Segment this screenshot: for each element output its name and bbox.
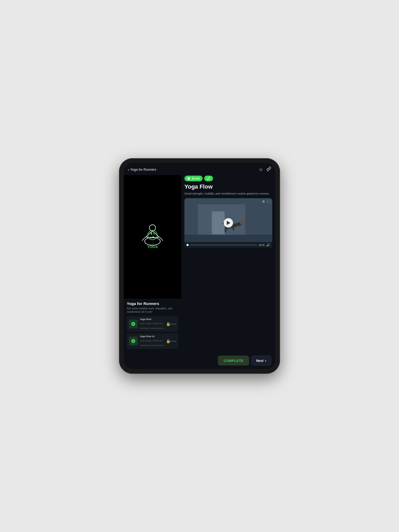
- workout-item-title-1: Yoga Flow: [140, 318, 168, 321]
- badges-row: 🕐 20 min: [184, 176, 272, 181]
- workout-item-title-2: Yoga Flow #2: [140, 335, 168, 338]
- complete-button[interactable]: COMPLETE: [218, 356, 249, 365]
- progress-bar[interactable]: [190, 245, 257, 245]
- next-button-label: Next: [256, 359, 263, 363]
- svg-text:S: S: [150, 232, 152, 235]
- clock-icon: 🕐: [187, 177, 191, 180]
- svg-point-1: [145, 237, 160, 245]
- next-arrow-icon: ›: [265, 358, 266, 363]
- workout-item-duration-1: 20 min: [170, 323, 176, 325]
- app-content: ‹ Yoga for Runners ☆: [124, 163, 275, 369]
- svg-rect-11: [212, 212, 224, 234]
- workout-description: Great strength, mobility, and mindfulnes…: [184, 192, 272, 196]
- nav-icons: ☆: [259, 167, 271, 172]
- workout-item-desc-2: Great strength, mobility, and mindfulnes…: [140, 340, 165, 346]
- video-time: 22:21: [259, 244, 265, 246]
- svg-text:P: P: [152, 236, 154, 238]
- back-button[interactable]: ‹ Yoga for Runners: [128, 167, 156, 172]
- fullscreen-icon[interactable]: ⛶: [267, 200, 270, 203]
- left-bottom: Yoga for Runners Get some mobility work,…: [124, 299, 181, 353]
- link-icon[interactable]: [267, 167, 271, 172]
- workout-title: Yoga Flow: [184, 183, 272, 190]
- nav-header: ‹ Yoga for Runners ☆: [124, 163, 275, 175]
- yoga-logo: S S L P YOGA: [136, 220, 169, 254]
- back-label: Yoga for Runners: [130, 168, 156, 171]
- settings-icon[interactable]: ⚙: [262, 200, 265, 203]
- video-controls: 22:21 🔊: [184, 242, 272, 248]
- svg-point-2: [148, 230, 157, 240]
- main-area: S S L P YOGA Yoga for Runners Get some m…: [124, 175, 275, 353]
- yoga-logo-area: S S L P YOGA: [124, 175, 181, 299]
- back-arrow-icon: ‹: [128, 167, 129, 172]
- tablet-screen: ‹ Yoga for Runners ☆: [124, 163, 275, 369]
- left-panel: S S L P YOGA Yoga for Runners Get some m…: [124, 175, 181, 353]
- svg-text:L: L: [150, 236, 152, 238]
- program-description: Get some mobility work, relaxation, and …: [127, 307, 178, 314]
- svg-text:YOGA: YOGA: [147, 245, 158, 249]
- progress-dot: [187, 244, 189, 246]
- svg-point-0: [149, 225, 156, 231]
- tablet-frame: ‹ Yoga for Runners ☆: [119, 158, 280, 374]
- play-triangle-icon: [227, 221, 230, 225]
- lock-icon-2: 🔒: [166, 339, 170, 343]
- next-button[interactable]: Next ›: [251, 356, 271, 365]
- workout-list-item[interactable]: Yoga Flow Great strength, mobility, and …: [127, 316, 178, 332]
- workout-thumb-2: [129, 337, 138, 345]
- svg-point-15: [240, 220, 245, 225]
- bottom-actions: COMPLETE Next ›: [124, 353, 275, 369]
- video-player[interactable]: ⚙ ⛶ 22:21 🔊: [184, 198, 272, 248]
- workout-item-desc-1: Great strength, mobility, and mindfulnes…: [140, 323, 165, 329]
- play-button[interactable]: [224, 218, 233, 228]
- right-panel: 🕐 20 min Yoga Flow Great strength, mobil…: [181, 175, 275, 353]
- time-badge-label: 20 min: [192, 177, 200, 180]
- workout-list-item-2[interactable]: Yoga Flow #2 Great strength, mobility, a…: [127, 333, 178, 349]
- link-badge: [204, 176, 213, 181]
- workout-item-duration-2: 20 min: [170, 340, 176, 342]
- workout-item-info-1: Yoga Flow Great strength, mobility, and …: [140, 318, 168, 330]
- workout-item-info-2: Yoga Flow #2 Great strength, mobility, a…: [140, 335, 168, 347]
- program-title: Yoga for Runners: [127, 301, 178, 306]
- video-control-icons: ⚙ ⛶: [262, 200, 270, 203]
- star-icon[interactable]: ☆: [259, 167, 263, 172]
- volume-icon[interactable]: 🔊: [266, 243, 270, 247]
- workout-thumb-1: [129, 320, 138, 328]
- svg-text:S: S: [153, 232, 155, 235]
- time-badge: 🕐 20 min: [184, 176, 203, 181]
- lock-icon-1: 🔒: [166, 322, 170, 326]
